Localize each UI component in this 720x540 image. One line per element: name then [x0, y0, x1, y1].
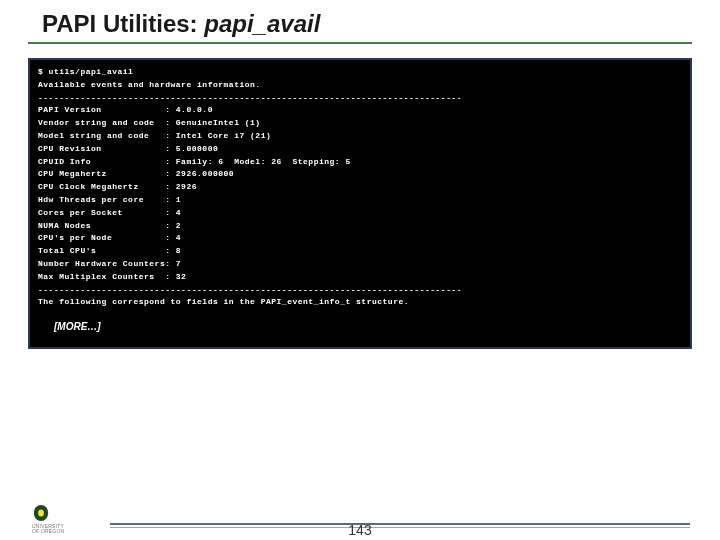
- oregon-o-icon: [32, 504, 50, 522]
- title-bar: PAPI Utilities: papi_avail: [28, 10, 692, 44]
- title-prefix: PAPI Utilities:: [42, 10, 204, 37]
- terminal-hr: ----------------------------------------…: [38, 284, 682, 297]
- svg-point-1: [38, 509, 44, 516]
- terminal-block: $ utils/papi_avail Available events and …: [28, 58, 692, 349]
- terminal-intro: Available events and hardware informatio…: [38, 79, 682, 92]
- terminal-command: $ utils/papi_avail: [38, 66, 682, 79]
- terminal-more: [MORE…]: [38, 309, 682, 337]
- terminal-row: Total CPU's : 8: [38, 245, 682, 258]
- terminal-row: Number Hardware Counters: 7: [38, 258, 682, 271]
- page-number: 143: [0, 522, 720, 538]
- terminal-row: Hdw Threads per core : 1: [38, 194, 682, 207]
- slide: PAPI Utilities: papi_avail $ utils/papi_…: [0, 10, 720, 540]
- terminal-row: Vendor string and code : GenuineIntel (1…: [38, 117, 682, 130]
- terminal-row: CPUID Info : Family: 6 Model: 26 Steppin…: [38, 156, 682, 169]
- terminal-outro: The following correspond to fields in th…: [38, 296, 682, 309]
- terminal-row: NUMA Nodes : 2: [38, 220, 682, 233]
- terminal-row: CPU's per Node : 4: [38, 232, 682, 245]
- terminal-row: Cores per Socket : 4: [38, 207, 682, 220]
- terminal-rows: PAPI Version : 4.0.0.0Vendor string and …: [38, 104, 682, 283]
- terminal-row: CPU Clock Megahertz : 2926: [38, 181, 682, 194]
- terminal-row: CPU Megahertz : 2926.000000: [38, 168, 682, 181]
- slide-title: PAPI Utilities: papi_avail: [28, 10, 692, 38]
- terminal-hr: ----------------------------------------…: [38, 92, 682, 105]
- terminal-row: CPU Revision : 5.000000: [38, 143, 682, 156]
- footer: UNIVERSITY OF OREGON 143: [0, 494, 720, 534]
- terminal-row: Max Multiplex Counters : 32: [38, 271, 682, 284]
- terminal-row: PAPI Version : 4.0.0.0: [38, 104, 682, 117]
- title-command: papi_avail: [204, 10, 320, 37]
- terminal-row: Model string and code : Intel Core i7 (2…: [38, 130, 682, 143]
